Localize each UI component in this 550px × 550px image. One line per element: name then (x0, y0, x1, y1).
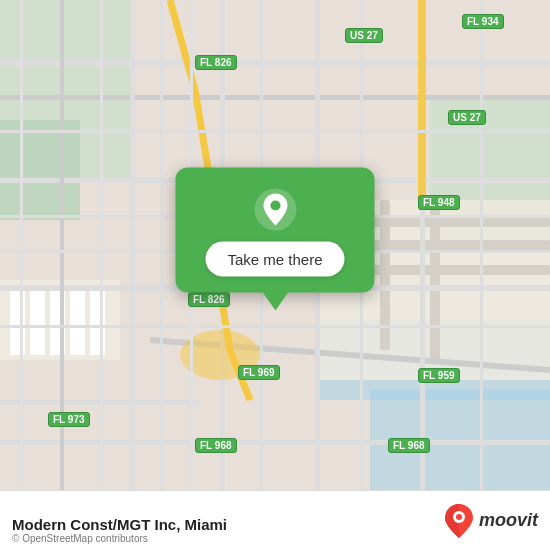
road-label-us27-right: US 27 (448, 110, 486, 125)
road-label-fl969: FL 969 (238, 365, 280, 380)
svg-rect-36 (160, 0, 163, 490)
road-label-fl934: FL 934 (462, 14, 504, 29)
attribution-text: © OpenStreetMap contributors (12, 533, 148, 544)
road-label-fl826-mid: FL 826 (188, 292, 230, 307)
svg-rect-32 (0, 130, 550, 133)
moovit-pin-icon (445, 504, 473, 538)
svg-rect-2 (0, 120, 80, 220)
location-pin-icon (253, 188, 297, 232)
svg-rect-11 (430, 200, 440, 360)
svg-rect-16 (70, 285, 85, 355)
moovit-logo: moovit (445, 504, 538, 538)
bottom-bar: © OpenStreetMap contributors Modern Cons… (0, 490, 550, 550)
svg-point-44 (270, 201, 280, 211)
take-me-there-button[interactable]: Take me there (205, 242, 344, 277)
road-label-us27-top: US 27 (345, 28, 383, 43)
map-container: FL 826 US 27 FL 934 US 27 FL 948 FL 826 … (0, 0, 550, 490)
road-label-fl973: FL 973 (48, 412, 90, 427)
popup-card: Take me there (175, 168, 374, 293)
road-label-fl959: FL 959 (418, 368, 460, 383)
svg-rect-41 (100, 0, 103, 490)
svg-rect-19 (0, 95, 550, 100)
svg-rect-18 (0, 60, 550, 66)
svg-rect-35 (0, 325, 550, 328)
svg-rect-24 (0, 440, 550, 445)
road-label-fl948: FL 948 (418, 195, 460, 210)
svg-rect-40 (20, 0, 23, 490)
svg-rect-14 (30, 285, 45, 355)
svg-rect-30 (418, 0, 426, 200)
road-label-fl968-right: FL 968 (388, 438, 430, 453)
svg-rect-25 (130, 0, 135, 490)
location-name: Modern Const/MGT Inc, Miami (12, 516, 445, 533)
road-label-fl968-left: FL 968 (195, 438, 237, 453)
road-label-fl826-top: FL 826 (195, 55, 237, 70)
svg-point-46 (456, 514, 462, 520)
moovit-text: moovit (479, 510, 538, 531)
location-info: © OpenStreetMap contributors Modern Cons… (12, 508, 445, 533)
svg-rect-39 (480, 0, 483, 490)
